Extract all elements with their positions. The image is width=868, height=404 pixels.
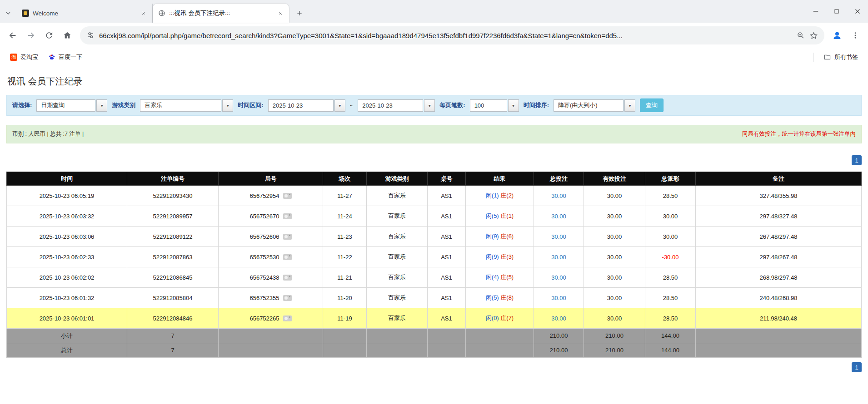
chevron-down-icon[interactable]: ▾ [96,99,107,112]
bookmark-label: 爱淘宝 [20,53,38,61]
tab-search-button[interactable] [0,4,16,23]
window-controls [805,0,868,23]
video-icon[interactable] [283,295,292,301]
tab-close-icon[interactable] [140,9,148,17]
tab-title: :::视讯 会员下注纪录::: [169,9,273,17]
chevron-down-icon[interactable]: ▾ [624,99,635,112]
date-from-value: 2025-10-23 [268,99,334,112]
cell-total-bet: 30.00 [534,227,584,247]
cell-table-no: AS1 [428,267,466,288]
video-icon[interactable] [283,213,292,219]
cell-result: 闲(9) 庄(3) [466,247,534,267]
url-text[interactable]: 66cxkj98.com/ipl/portal.php/game/betreco… [99,32,792,39]
video-icon[interactable] [283,234,292,240]
video-icon[interactable] [283,275,292,281]
menu-button[interactable] [847,27,863,44]
summary-cell [219,329,323,343]
new-tab-button[interactable] [292,5,307,21]
header-table-no: 桌号 [428,172,466,186]
close-window-button[interactable] [847,0,868,23]
video-icon[interactable] [283,254,292,260]
chevron-down-icon[interactable]: ▾ [424,99,435,112]
cell-time: 2025-10-23 06:03:32 [7,206,127,227]
reload-button[interactable] [41,27,57,44]
forward-icon [26,30,36,40]
tab-welcome[interactable]: Welcome [16,4,153,23]
address-bar[interactable]: 66cxkj98.com/ipl/portal.php/game/betreco… [80,26,824,44]
all-bookmarks-button[interactable]: 所有书签 [820,51,862,64]
maximize-button[interactable] [826,0,847,23]
cell-result: 闲(1) 庄(2) [466,186,534,206]
cell-payout: 30.00 [645,227,696,247]
cell-valid-bet: 30.00 [584,267,645,288]
total-bet-link[interactable]: 30.00 [551,254,566,261]
bookmark-taobao[interactable]: 淘 爱淘宝 [6,51,42,64]
date-to-select[interactable]: 2025-10-23 ▾ [358,99,435,112]
bookmark-baidu[interactable]: 百度一下 [45,51,86,64]
cell-result: 闲(5) 庄(8) [466,288,534,308]
cell-payout: 28.50 [645,308,696,329]
total-bet-link[interactable]: 30.00 [551,233,566,240]
summary-cell [696,329,862,343]
total-bet-link[interactable]: 30.00 [551,274,566,281]
home-button[interactable] [59,27,75,44]
date-from-select[interactable]: 2025-10-23 ▾ [268,99,345,112]
cell-valid-bet: 30.00 [584,288,645,308]
page-1-button[interactable]: 1 [852,155,862,165]
cell-session: 11-22 [323,247,367,267]
summary-cell [323,329,367,343]
back-button[interactable] [5,27,21,44]
video-icon[interactable] [283,193,292,199]
sort-select[interactable]: 降幂(由大到小) ▾ [554,99,635,112]
cell-session: 11-23 [323,227,367,247]
forward-button[interactable] [23,27,39,44]
cell-valid-bet: 30.00 [584,186,645,206]
query-type-select[interactable]: 日期查询 ▾ [36,99,107,112]
cell-round: 656752670 [219,206,323,227]
profile-button[interactable] [829,27,845,44]
chevron-down-icon[interactable]: ▾ [334,99,345,112]
bookmark-label: 百度一下 [59,53,82,61]
bookmark-star-icon[interactable] [809,31,818,40]
cell-payout: 28.50 [645,186,696,206]
tab-betrecord[interactable]: :::视讯 会员下注纪录::: [153,4,289,23]
summary-cell: 7 [127,343,219,358]
summary-cell: 210.00 [534,343,584,358]
cell-remark: 267.48/297.48 [696,227,862,247]
summary-cell [466,343,534,358]
summary-cell [696,343,862,358]
cell-session: 11-21 [323,267,367,288]
table-header-row: 时间 注单编号 局号 场次 游戏类别 桌号 结果 总投注 有效投注 总派彩 备注 [7,172,862,186]
folder-icon [823,53,831,61]
chevron-down-icon[interactable]: ▾ [222,99,233,112]
all-bookmarks-label: 所有书签 [834,53,858,61]
total-bet-link[interactable]: 30.00 [551,192,566,199]
tab-close-icon[interactable] [276,9,284,17]
cell-time: 2025-10-23 06:01:01 [7,308,127,329]
game-type-select[interactable]: 百家乐 ▾ [140,99,233,112]
page-size-select[interactable]: 100 ▾ [470,99,519,112]
table-row: 2025-10-23 06:01:01522912084846656752265… [7,308,862,329]
cell-game-type: 百家乐 [367,308,428,329]
summary-cell [466,329,534,343]
chevron-down-icon[interactable]: ▾ [508,99,519,112]
video-icon[interactable] [283,315,292,321]
sort-label: 时间排序: [524,101,549,109]
cell-total-bet: 30.00 [534,206,584,227]
summary-cell: 144.00 [645,329,696,343]
total-bet-link[interactable]: 30.00 [551,315,566,322]
total-bet-link[interactable]: 30.00 [551,213,566,220]
cell-payout: -30.00 [645,247,696,267]
total-bet-link[interactable]: 30.00 [551,295,566,301]
site-info-icon[interactable] [86,31,95,39]
search-button[interactable]: 查询 [640,99,663,112]
cell-session: 11-20 [323,288,367,308]
page-title: 视讯 会员下注纪录 [7,75,862,88]
cell-game-type: 百家乐 [367,267,428,288]
page-1-button[interactable]: 1 [852,362,862,372]
bet-records-table: 时间 注单编号 局号 场次 游戏类别 桌号 结果 总投注 有效投注 总派彩 备注… [6,172,862,358]
zoom-icon[interactable] [797,31,805,39]
minimize-button[interactable] [805,0,826,23]
table-body: 2025-10-23 06:05:19522912093430656752954… [7,186,862,329]
header-remark: 备注 [696,172,862,186]
